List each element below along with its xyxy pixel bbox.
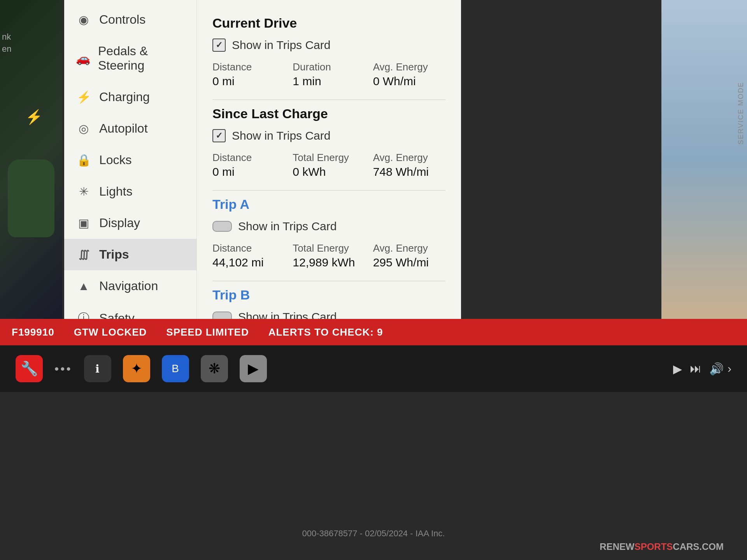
avg-energy-label: Avg. Energy bbox=[373, 61, 445, 73]
volume-arrows: › bbox=[728, 362, 731, 375]
info-button[interactable]: ℹ bbox=[84, 355, 111, 382]
lightning-icon: ⚡ bbox=[25, 109, 41, 132]
current-drive-show-trips-row[interactable]: Show in Trips Card bbox=[212, 38, 445, 52]
alert-bar: F199910 GTW LOCKED SPEED LIMITED ALERTS … bbox=[0, 319, 747, 345]
bluetooth-button[interactable]: Β bbox=[162, 355, 189, 382]
sidebar-item-label: Display bbox=[99, 216, 140, 230]
trip-a-total-energy-label: Total Energy bbox=[293, 242, 365, 254]
car-panel: nk en ⚡ bbox=[0, 0, 62, 319]
brand-cars: CARS.COM bbox=[673, 541, 724, 552]
distance-label: Distance bbox=[212, 61, 285, 73]
star-button[interactable]: ✦ bbox=[123, 355, 150, 382]
trip-a-total-energy-value: 12,989 kWh bbox=[293, 256, 365, 269]
current-drive-duration: Duration 1 min bbox=[293, 61, 365, 88]
trip-a-total-energy: Total Energy 12,989 kWh bbox=[293, 242, 365, 269]
sidebar-item-autopilot[interactable]: ◎ Autopilot bbox=[64, 113, 196, 144]
current-drive-avg-energy: Avg. Energy 0 Wh/mi bbox=[373, 61, 445, 88]
sidebar-item-pedals[interactable]: 🚗 Pedals & Steering bbox=[64, 35, 196, 81]
duration-label: Duration bbox=[293, 61, 365, 73]
trip-a-distance: Distance 44,102 mi bbox=[212, 242, 285, 269]
trip-a-title[interactable]: Trip A bbox=[212, 197, 445, 212]
car-image bbox=[8, 159, 54, 237]
slc-total-energy-value: 0 kWh bbox=[293, 165, 365, 178]
volume-icon: 🔊 bbox=[709, 362, 724, 376]
sidebar-item-lights[interactable]: ✳ Lights bbox=[64, 176, 196, 207]
avg-energy-value: 0 Wh/mi bbox=[373, 75, 445, 88]
slc-distance: Distance 0 mi bbox=[212, 152, 285, 178]
since-last-charge-show-trips-row[interactable]: Show in Trips Card bbox=[212, 129, 445, 142]
trip-a-stats: Distance 44,102 mi Total Energy 12,989 k… bbox=[212, 242, 445, 269]
divider-1 bbox=[212, 100, 445, 100]
trip-a-show-trips-label: Show in Trips Card bbox=[238, 220, 337, 233]
trip-b-show-trips-label: Show in Trips Card bbox=[238, 310, 337, 319]
service-mode-label: SERVICE MODE bbox=[735, 78, 747, 149]
sidebar-item-display[interactable]: ▣ Display bbox=[64, 207, 196, 239]
sidebar-item-label: Pedals & Steering bbox=[98, 44, 185, 73]
more-button[interactable]: ••• bbox=[54, 362, 72, 376]
trip-a-avg-energy-label: Avg. Energy bbox=[373, 242, 445, 254]
since-last-charge-show-trips-label: Show in Trips Card bbox=[232, 129, 330, 142]
sidebar-item-label: Lights bbox=[99, 184, 132, 199]
right-panel: SERVICE MODE bbox=[661, 0, 747, 319]
media-button[interactable]: ▶ bbox=[240, 355, 267, 382]
trip-a-show-trips-row[interactable]: Show in Trips Card bbox=[212, 220, 445, 233]
current-drive-title: Current Drive bbox=[212, 16, 445, 31]
trip-a-avg-energy: Avg. Energy 295 Wh/mi bbox=[373, 242, 445, 269]
pedals-icon: 🚗 bbox=[76, 52, 90, 65]
current-drive-checkbox[interactable] bbox=[212, 38, 226, 52]
slc-distance-value: 0 mi bbox=[212, 165, 285, 178]
trip-b-title[interactable]: Trip B bbox=[212, 287, 445, 303]
sidebar-item-controls[interactable]: ◉ Controls bbox=[64, 4, 196, 35]
sidebar-item-charging[interactable]: ⚡ Charging bbox=[64, 81, 196, 113]
since-last-charge-title: Since Last Charge bbox=[212, 106, 445, 121]
next-button[interactable]: ⏭ bbox=[690, 362, 701, 375]
charging-icon: ⚡ bbox=[76, 90, 91, 104]
slc-total-energy-label: Total Energy bbox=[293, 152, 365, 164]
navigation-icon: ▲ bbox=[76, 280, 91, 293]
since-last-charge-checkbox[interactable] bbox=[212, 129, 226, 142]
speed-limited-alert: SPEED LIMITED bbox=[166, 326, 249, 338]
wrench-button[interactable]: 🔧 bbox=[16, 355, 43, 382]
slc-avg-energy-value: 748 Wh/mi bbox=[373, 165, 445, 178]
current-drive-distance: Distance 0 mi bbox=[212, 61, 285, 88]
vehicle-id: F199910 bbox=[12, 326, 54, 338]
sidebar-item-label: Navigation bbox=[99, 279, 158, 293]
media-controls: ▶ ⏭ 🔊 › bbox=[673, 362, 731, 376]
sidebar-item-locks[interactable]: 🔒 Locks bbox=[64, 144, 196, 176]
slc-distance-label: Distance bbox=[212, 152, 285, 164]
slc-avg-energy-label: Avg. Energy bbox=[373, 152, 445, 164]
sidebar-item-navigation[interactable]: ▲ Navigation bbox=[64, 270, 196, 302]
current-drive-stats: Distance 0 mi Duration 1 min Avg. Energy… bbox=[212, 61, 445, 88]
trip-a-avg-energy-value: 295 Wh/mi bbox=[373, 256, 445, 269]
since-last-charge-stats: Distance 0 mi Total Energy 0 kWh Avg. En… bbox=[212, 152, 445, 178]
brand-sports: SPORTS bbox=[635, 541, 673, 552]
trip-a-distance-value: 44,102 mi bbox=[212, 256, 285, 269]
dropbox-button[interactable]: ❋ bbox=[201, 355, 228, 382]
play-button[interactable]: ▶ bbox=[673, 362, 682, 376]
lights-icon: ✳ bbox=[76, 185, 91, 198]
gtw-locked-alert: GTW LOCKED bbox=[74, 326, 147, 338]
controls-icon: ◉ bbox=[76, 13, 91, 26]
distance-value: 0 mi bbox=[212, 75, 285, 88]
divider-2 bbox=[212, 190, 445, 191]
trips-icon: ∭ bbox=[76, 248, 91, 261]
trip-b-checkbox[interactable] bbox=[212, 312, 232, 319]
volume-control[interactable]: 🔊 › bbox=[709, 362, 731, 376]
phone-number: 000-38678577 - 02/05/2024 - IAA Inc. bbox=[302, 528, 445, 539]
alerts-to-check: ALERTS TO CHECK: 9 bbox=[268, 326, 383, 338]
screen-container: nk en ⚡ ◉ Controls 🚗 Pedals & Steering ⚡… bbox=[0, 0, 747, 560]
duration-value: 1 min bbox=[293, 75, 365, 88]
branding: RENEWSPORTSCARS.COM bbox=[600, 541, 724, 552]
sidebar-item-label: Charging bbox=[99, 90, 150, 104]
taskbar: 🔧 ••• ℹ ✦ Β ❋ ▶ ▶ ⏭ 🔊 › bbox=[0, 345, 747, 392]
trip-b-show-trips-row[interactable]: Show in Trips Card bbox=[212, 310, 445, 319]
sidebar-item-label: Autopilot bbox=[99, 121, 148, 136]
sidebar-item-trips[interactable]: ∭ Trips bbox=[64, 239, 196, 270]
brand-renew: RENEW bbox=[600, 541, 634, 552]
sidebar-item-label: Locks bbox=[99, 153, 132, 167]
divider-3 bbox=[212, 281, 445, 281]
current-drive-show-trips-label: Show in Trips Card bbox=[232, 38, 330, 52]
trip-a-checkbox[interactable] bbox=[212, 221, 232, 232]
main-content: Current Drive Show in Trips Card Distanc… bbox=[196, 0, 461, 319]
slc-total-energy: Total Energy 0 kWh bbox=[293, 152, 365, 178]
